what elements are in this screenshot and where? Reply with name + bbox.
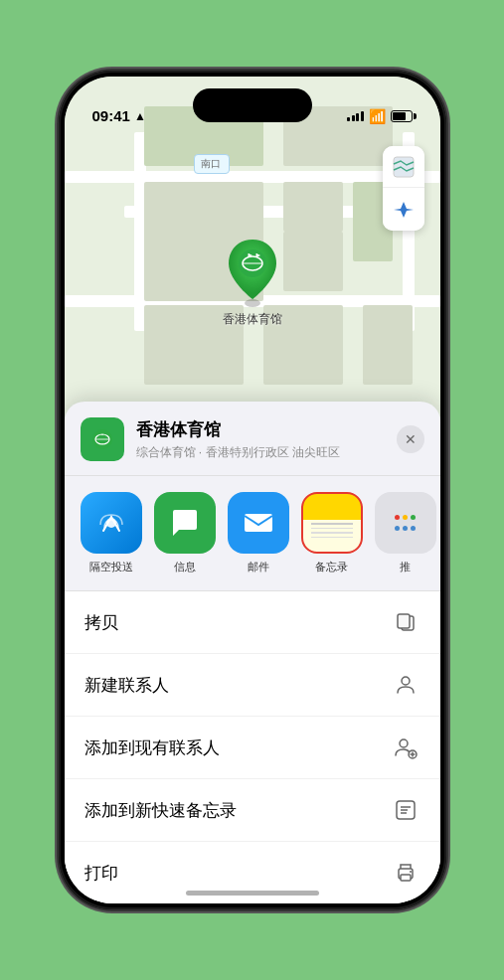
- mail-label: 邮件: [248, 560, 269, 574]
- quick-note-label: 添加到新快速备忘录: [84, 799, 237, 822]
- print-icon: [391, 858, 420, 888]
- action-row-quick-note[interactable]: 添加到新快速备忘录: [65, 779, 440, 842]
- add-contact-label: 添加到现有联系人: [84, 736, 220, 759]
- location-arrow-icon: ▲: [134, 109, 146, 123]
- svg-point-19: [400, 739, 408, 747]
- more-icon[interactable]: [375, 492, 436, 554]
- mail-icon[interactable]: [228, 492, 289, 554]
- close-icon: ✕: [405, 431, 417, 447]
- svg-rect-0: [394, 157, 414, 177]
- phone-screen: 09:41 ▲ 📶: [65, 77, 440, 903]
- new-contact-icon: [391, 670, 420, 700]
- share-item-notes[interactable]: 备忘录: [301, 492, 363, 574]
- dynamic-island: [193, 88, 312, 122]
- svg-rect-15: [245, 514, 272, 532]
- phone-frame: 09:41 ▲ 📶: [59, 71, 446, 909]
- map-controls[interactable]: [383, 146, 424, 231]
- svg-point-29: [410, 871, 412, 873]
- svg-point-18: [402, 677, 410, 685]
- status-time: 09:41: [92, 107, 130, 124]
- add-contact-icon: [391, 733, 420, 762]
- place-header: 香港体育馆 综合体育馆 · 香港特别行政区 油尖旺区 ✕: [65, 417, 440, 476]
- map-label: 南口: [194, 154, 230, 174]
- share-item-airdrop[interactable]: 隔空投送: [81, 492, 142, 574]
- place-icon: [81, 417, 124, 461]
- copy-label: 拷贝: [84, 611, 118, 634]
- signal-bars-icon: [347, 111, 364, 121]
- more-label: 推: [400, 560, 411, 574]
- home-indicator: [186, 891, 319, 896]
- place-info: 香港体育馆 综合体育馆 · 香港特别行政区 油尖旺区: [136, 418, 397, 461]
- marker-label: 香港体育馆: [223, 311, 282, 328]
- place-name: 香港体育馆: [136, 418, 397, 441]
- action-list: 拷贝 新建联系人: [65, 590, 440, 903]
- share-item-mail[interactable]: 邮件: [228, 492, 289, 574]
- copy-icon: [391, 607, 420, 637]
- svg-rect-17: [398, 614, 410, 628]
- battery-icon: [391, 110, 413, 122]
- location-button[interactable]: [383, 189, 424, 231]
- message-icon[interactable]: [154, 492, 216, 554]
- print-label: 打印: [84, 862, 118, 885]
- airdrop-label: 隔空投送: [89, 560, 133, 574]
- status-icons: 📶: [347, 108, 413, 124]
- notes-icon[interactable]: [301, 492, 363, 554]
- location-marker: 香港体育馆: [221, 236, 284, 328]
- share-item-more[interactable]: 推: [375, 492, 436, 574]
- map-type-button[interactable]: [383, 146, 424, 188]
- message-label: 信息: [174, 560, 196, 574]
- new-contact-label: 新建联系人: [84, 674, 169, 697]
- share-item-message[interactable]: 信息: [154, 492, 216, 574]
- svg-rect-28: [401, 875, 411, 881]
- share-row: 隔空投送 信息: [65, 476, 440, 590]
- marker-pin-icon: [221, 236, 284, 307]
- airdrop-icon[interactable]: [81, 492, 142, 554]
- place-subtitle: 综合体育馆 · 香港特别行政区 油尖旺区: [136, 444, 397, 461]
- close-button[interactable]: ✕: [397, 425, 424, 453]
- action-row-add-contact[interactable]: 添加到现有联系人: [65, 717, 440, 779]
- wifi-icon: 📶: [369, 108, 386, 124]
- action-row-copy[interactable]: 拷贝: [65, 591, 440, 654]
- action-row-new-contact[interactable]: 新建联系人: [65, 654, 440, 717]
- svg-point-1: [245, 299, 260, 307]
- bottom-sheet: 香港体育馆 综合体育馆 · 香港特别行政区 油尖旺区 ✕: [65, 402, 440, 903]
- quick-note-icon: [391, 795, 420, 825]
- notes-label: 备忘录: [315, 560, 348, 574]
